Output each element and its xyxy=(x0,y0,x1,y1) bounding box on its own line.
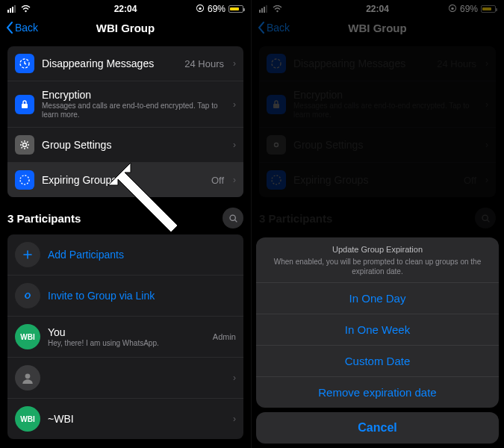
row-participant-you[interactable]: WBI You Hey, there! I am using WhatsApp.… xyxy=(7,316,243,357)
status-time: 22:04 xyxy=(0,4,251,14)
encryption-label: Encryption xyxy=(42,89,225,101)
page-title: WBI Group xyxy=(0,22,251,34)
sheet-title: Update Group Expiration xyxy=(267,245,488,254)
plus-icon xyxy=(15,242,40,267)
search-icon xyxy=(228,214,238,223)
participant-you-status: Hey, there! I am using WhatsApp. xyxy=(48,339,205,347)
chevron-right-icon: › xyxy=(233,373,236,383)
screenshot-right: 22:04 ⦿ 69% Back WBI Group Disappearing … xyxy=(252,0,503,448)
chevron-right-icon: › xyxy=(233,99,236,110)
avatar: WBI xyxy=(15,324,40,349)
option-one-week[interactable]: In One Week xyxy=(256,314,499,345)
participant-you-role: Admin xyxy=(213,332,236,341)
row-add-participants[interactable]: Add Participants xyxy=(7,234,243,275)
encryption-sublabel: Messages and calls are end-to-end encryp… xyxy=(42,102,225,119)
participants-search-button[interactable] xyxy=(223,208,243,228)
expiring-label: Expiring Groups xyxy=(42,174,204,186)
row-expiring-groups[interactable]: Expiring Groups Off › xyxy=(7,162,243,197)
status-bar: 22:04 ⦿ 69% xyxy=(0,0,251,15)
sheet-cancel-button[interactable]: Cancel xyxy=(256,412,499,444)
gear-icon xyxy=(15,135,34,155)
option-custom-date[interactable]: Custom Date xyxy=(256,345,499,376)
option-one-day[interactable]: In One Day xyxy=(256,282,499,314)
participants-list: Add Participants Invite to Group via Lin… xyxy=(7,234,243,439)
participants-header: 3 Participants xyxy=(7,212,81,225)
svg-point-7 xyxy=(23,143,27,147)
row-participant-blank[interactable]: › xyxy=(7,357,243,398)
expiring-icon xyxy=(15,170,34,190)
invite-link-label: Invite to Group via Link xyxy=(48,290,236,302)
svg-rect-6 xyxy=(22,104,28,108)
sheet-description: When enabled, you will be prompted to cl… xyxy=(267,257,488,276)
row-disappearing-messages[interactable]: Disappearing Messages 24 Hours › xyxy=(7,46,243,81)
timer-icon xyxy=(15,54,34,73)
group-settings-label: Group Settings xyxy=(42,139,225,151)
screenshot-left: 22:04 ⦿ 69% Back WBI Group Disappearing … xyxy=(0,0,252,448)
add-participants-label: Add Participants xyxy=(48,249,236,261)
battery-icon xyxy=(228,5,243,13)
avatar: WBI xyxy=(15,406,40,432)
settings-card: Disappearing Messages 24 Hours › Encrypt… xyxy=(7,46,243,197)
participant-you-name: You xyxy=(48,326,205,338)
expiring-value: Off xyxy=(211,175,224,186)
option-remove-expiration[interactable]: Remove expiration date xyxy=(256,376,499,408)
row-group-settings[interactable]: Group Settings › xyxy=(7,127,243,162)
action-sheet: Update Group Expiration When enabled, yo… xyxy=(252,233,503,448)
avatar xyxy=(15,365,40,391)
participant-wbi-name: ~WBI xyxy=(48,413,225,425)
svg-point-8 xyxy=(20,175,29,184)
row-invite-link[interactable]: Invite to Group via Link xyxy=(7,275,243,316)
svg-point-10 xyxy=(25,373,31,379)
chevron-right-icon: › xyxy=(233,414,236,424)
row-participant-wbi[interactable]: WBI ~WBI › xyxy=(7,398,243,439)
chevron-right-icon: › xyxy=(233,140,236,150)
lock-icon xyxy=(15,95,34,114)
link-icon xyxy=(15,283,40,308)
svg-point-9 xyxy=(230,215,235,220)
nav-bar: Back WBI Group xyxy=(0,15,251,40)
disappearing-label: Disappearing Messages xyxy=(42,57,177,69)
participants-header-row: 3 Participants xyxy=(7,208,243,228)
disappearing-value: 24 Hours xyxy=(184,58,224,69)
chevron-right-icon: › xyxy=(233,58,236,69)
row-encryption[interactable]: Encryption Messages and calls are end-to… xyxy=(7,81,243,127)
chevron-right-icon: › xyxy=(233,175,236,185)
